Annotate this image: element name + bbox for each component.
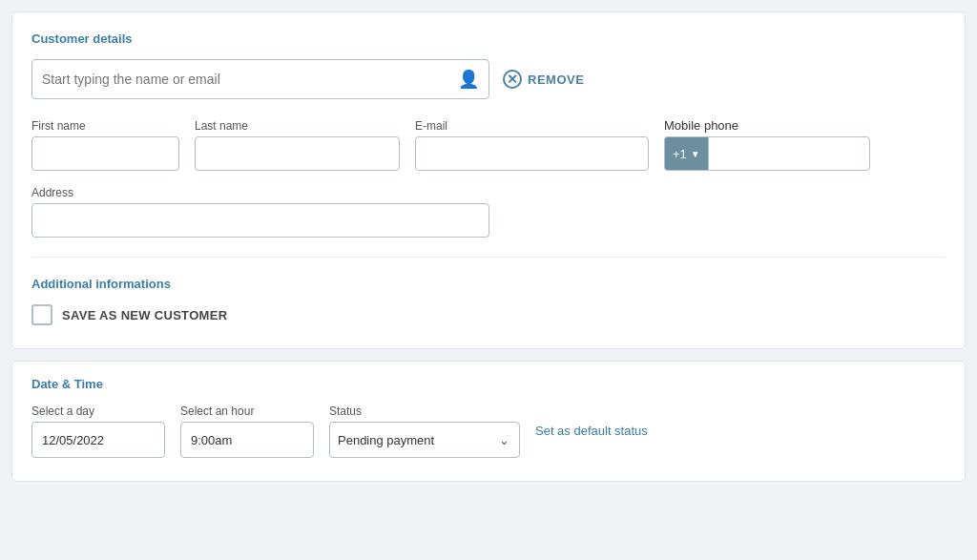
remove-button-label: REMOVE [528,73,584,87]
save-customer-label: SAVE AS NEW CUSTOMER [62,308,227,322]
customer-details-title: Customer details [31,31,946,46]
status-label: Status [329,404,520,418]
status-select[interactable]: Pending payment Confirmed Cancelled Comp… [330,423,489,457]
last-name-group: Last name [195,119,400,171]
country-code-arrow-icon: ▼ [691,149,700,159]
select-hour-label: Select an hour [180,404,314,418]
select-hour-input[interactable] [180,422,314,458]
first-name-input[interactable] [31,136,179,171]
country-code-value: +1 [673,147,687,161]
first-name-group: First name [31,119,179,171]
datetime-card: Date & Time Select a day Select an hour … [11,361,966,482]
mobile-input[interactable] [708,136,870,171]
mobile-label: Mobile phone [664,118,870,133]
address-group: Address [31,186,489,238]
select-arrow-icon: ⌄ [489,433,519,447]
search-row: 👤 ✕ REMOVE [31,59,946,99]
save-customer-row: SAVE AS NEW CUSTOMER [31,304,946,325]
datetime-title: Date & Time [31,377,946,391]
status-select-wrapper: Pending payment Confirmed Cancelled Comp… [329,422,520,458]
select-hour-group: Select an hour [180,404,314,458]
customer-search-wrapper: 👤 [31,59,489,99]
last-name-label: Last name [195,119,400,133]
select-day-label: Select a day [31,404,165,418]
address-label: Address [31,186,489,199]
additional-info-title: Additional informations [31,277,946,291]
customer-details-card: Customer details 👤 ✕ REMOVE First name L… [11,11,966,349]
first-name-label: First name [31,119,179,133]
section-divider [31,257,946,258]
datetime-fields-row: Select a day Select an hour Status Pendi… [31,404,946,458]
country-code-button[interactable]: +1 ▼ [664,136,708,171]
customer-search-input[interactable] [42,72,458,87]
mobile-group: Mobile phone +1 ▼ [664,118,870,171]
email-group: E-mail [415,119,649,171]
person-icon: 👤 [458,69,479,90]
remove-circle-icon: ✕ [503,70,522,89]
last-name-input[interactable] [195,136,400,171]
remove-button[interactable]: ✕ REMOVE [503,70,584,89]
email-input[interactable] [415,136,649,171]
save-customer-checkbox[interactable] [31,304,52,325]
address-input[interactable] [31,203,489,238]
set-default-status-button[interactable]: Set as default status [535,424,648,438]
email-label: E-mail [415,119,649,133]
name-email-row: First name Last name E-mail Mobile phone… [31,118,946,171]
select-day-input[interactable] [31,422,165,458]
mobile-input-row: +1 ▼ [664,136,870,171]
address-row: Address [31,186,946,238]
select-day-group: Select a day [31,404,165,458]
status-group: Status Pending payment Confirmed Cancell… [329,404,520,458]
